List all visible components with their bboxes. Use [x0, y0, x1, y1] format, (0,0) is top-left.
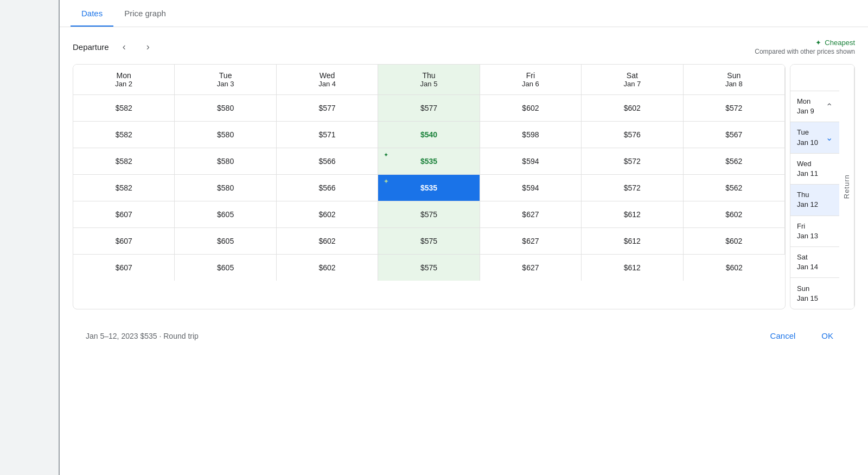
return-col-header — [790, 65, 839, 91]
calendar-grid: Mon Jan 2 Tue Jan 3 Wed Jan 4 Thu Jan 5 — [73, 64, 786, 309]
return-row-2[interactable]: TueJan 10 ⌄ — [790, 122, 839, 153]
return-column: MonJan 9 ⌃ TueJan 10 ⌄ WedJan 11 ⌄ ThuJa… — [790, 64, 855, 309]
cell-r4-c3[interactable]: $566 — [277, 175, 378, 201]
cheapest-label: ✦ Cheapest — [755, 39, 855, 47]
cell-r1-c2[interactable]: $580 — [175, 95, 276, 122]
cell-r6-c7[interactable]: $602 — [684, 228, 785, 255]
tab-bar: Dates Price graph — [60, 0, 868, 27]
cell-r3-c6[interactable]: $572 — [582, 148, 683, 175]
cell-r5-c7[interactable]: $602 — [684, 201, 785, 228]
cell-r5-c4[interactable]: $575 — [378, 201, 480, 228]
return-row-3[interactable]: WedJan 11 ⌄ — [790, 154, 839, 185]
cell-r2-c1[interactable]: $582 — [73, 122, 175, 148]
cheapest-star-icon: ✦ — [384, 151, 388, 159]
cell-r6-c4[interactable]: $575 — [378, 228, 480, 255]
col-header-thu: Thu Jan 5 — [378, 65, 480, 95]
cheapest-sub: Compared with other prices shown — [755, 48, 855, 55]
cell-r2-c7[interactable]: $567 — [684, 122, 785, 148]
return-row-7[interactable]: SunJan 15 ⌄ — [790, 278, 839, 309]
departure-label: Departure — [73, 42, 109, 52]
departure-nav: Departure ‹ › — [73, 38, 157, 55]
cell-r2-c3[interactable]: $571 — [277, 122, 378, 148]
cell-r6-c1[interactable]: $607 — [73, 228, 175, 255]
cell-r5-c3[interactable]: $602 — [277, 201, 378, 228]
cell-r4-c7[interactable]: $562 — [684, 175, 785, 201]
return-row-5[interactable]: FriJan 13 ⌄ — [790, 216, 839, 247]
cell-r4-c1[interactable]: $582 — [73, 175, 175, 201]
col-header-sat: Sat Jan 7 — [582, 65, 683, 95]
cheapest-star-icon: ✦ — [384, 178, 388, 185]
return-row-4[interactable]: ThuJan 12 ⌄ — [790, 185, 839, 216]
ok-button[interactable]: OK — [813, 327, 842, 345]
cell-r1-c6[interactable]: $602 — [582, 95, 683, 122]
next-week-button[interactable]: › — [139, 38, 157, 55]
cell-r6-c3[interactable]: $602 — [277, 228, 378, 255]
cell-r6-c6[interactable]: $612 — [582, 228, 683, 255]
cell-r6-c2[interactable]: $605 — [175, 228, 276, 255]
prev-week-button[interactable]: ‹ — [116, 38, 133, 55]
tab-dates[interactable]: Dates — [71, 0, 113, 27]
trip-info: Jan 5–12, 2023 $535 · Round trip — [86, 332, 199, 340]
cell-r2-c2[interactable]: $580 — [175, 122, 276, 148]
chevron-down-icon: ⌄ — [826, 132, 833, 143]
cell-r7-c4[interactable]: $575 — [378, 255, 480, 281]
cell-r3-c7[interactable]: $562 — [684, 148, 785, 175]
tab-price-graph[interactable]: Price graph — [113, 0, 177, 27]
return-vertical-label: Return — [839, 65, 854, 309]
cell-r1-c4[interactable]: $577 — [378, 95, 480, 122]
bottom-bar: Jan 5–12, 2023 $535 · Round trip Cancel … — [73, 316, 855, 356]
cell-r3-c4[interactable]: ✦ $535 — [378, 148, 480, 175]
cell-r1-c3[interactable]: $577 — [277, 95, 378, 122]
cell-r3-c5[interactable]: $594 — [480, 148, 582, 175]
cell-r7-c1[interactable]: $607 — [73, 255, 175, 281]
cell-r3-c1[interactable]: $582 — [73, 148, 175, 175]
cell-r6-c5[interactable]: $627 — [480, 228, 582, 255]
col-header-sun: Sun Jan 8 — [684, 65, 785, 95]
cell-r4-c5[interactable]: $594 — [480, 175, 582, 201]
cell-r7-c2[interactable]: $605 — [175, 255, 276, 281]
cell-r3-c3[interactable]: $566 — [277, 148, 378, 175]
cell-r4-c4-selected[interactable]: ✦ $535 — [378, 175, 480, 201]
cell-r4-c6[interactable]: $572 — [582, 175, 683, 201]
return-row-6[interactable]: SatJan 14 ⌄ — [790, 247, 839, 278]
col-header-tue: Tue Jan 3 — [175, 65, 276, 95]
cell-r1-c5[interactable]: $602 — [480, 95, 582, 122]
cheapest-star-icon: ✦ — [815, 39, 821, 47]
cell-r7-c3[interactable]: $602 — [277, 255, 378, 281]
cancel-button[interactable]: Cancel — [762, 327, 805, 345]
cell-r3-c2[interactable]: $580 — [175, 148, 276, 175]
cell-r1-c7[interactable]: $572 — [684, 95, 785, 122]
cell-r2-c6[interactable]: $576 — [582, 122, 683, 148]
cell-r5-c1[interactable]: $607 — [73, 201, 175, 228]
cell-r2-c4[interactable]: $540 — [378, 122, 480, 148]
cell-r1-c1[interactable]: $582 — [73, 95, 175, 122]
calendar-header: Departure ‹ › ✦ Cheapest Compared with o… — [73, 38, 855, 55]
cell-r7-c7[interactable]: $602 — [684, 255, 785, 281]
cheapest-legend: ✦ Cheapest Compared with other prices sh… — [755, 39, 855, 55]
action-buttons: Cancel OK — [762, 327, 842, 345]
cell-r5-c2[interactable]: $605 — [175, 201, 276, 228]
cell-r2-c5[interactable]: $598 — [480, 122, 582, 148]
cheapest-text: Cheapest — [825, 39, 855, 47]
cell-r5-c6[interactable]: $612 — [582, 201, 683, 228]
cell-r5-c5[interactable]: $627 — [480, 201, 582, 228]
cell-r7-c5[interactable]: $627 — [480, 255, 582, 281]
calendar-col-headers: Mon Jan 2 Tue Jan 3 Wed Jan 4 Thu Jan 5 — [73, 65, 785, 281]
col-header-fri: Fri Jan 6 — [480, 65, 582, 95]
col-header-wed: Wed Jan 4 — [277, 65, 378, 95]
col-header-mon: Mon Jan 2 — [73, 65, 175, 95]
cell-r4-c2[interactable]: $580 — [175, 175, 276, 201]
cell-r7-c6[interactable]: $612 — [582, 255, 683, 281]
chevron-up-icon: ⌃ — [826, 102, 833, 112]
return-row-1[interactable]: MonJan 9 ⌃ — [790, 91, 839, 122]
